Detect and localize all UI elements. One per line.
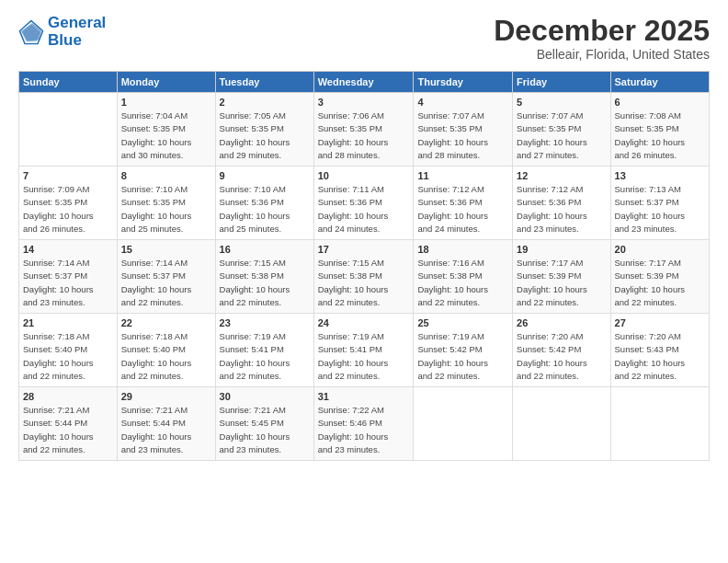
- daylight-minutes: and 22 minutes.: [417, 371, 480, 381]
- sunrise-label: Sunrise: 7:17 AM: [615, 258, 681, 268]
- daylight-minutes: and 22 minutes.: [121, 297, 184, 307]
- calendar-cell: 18Sunrise: 7:16 AMSunset: 5:38 PMDayligh…: [414, 240, 513, 314]
- sunrise-label: Sunrise: 7:14 AM: [121, 258, 188, 268]
- day-info: Sunrise: 7:14 AMSunset: 5:37 PMDaylight:…: [23, 257, 113, 309]
- day-info: Sunrise: 7:09 AMSunset: 5:35 PMDaylight:…: [23, 183, 113, 236]
- day-info: Sunrise: 7:14 AMSunset: 5:37 PMDaylight:…: [121, 257, 211, 309]
- calendar-cell: 27Sunrise: 7:20 AMSunset: 5:43 PMDayligh…: [610, 314, 709, 387]
- sunset-label: Sunset: 5:35 PM: [517, 123, 581, 133]
- daylight-minutes: and 28 minutes.: [318, 150, 381, 160]
- sunset-label: Sunset: 5:36 PM: [417, 197, 482, 207]
- daylight-label: Daylight: 10 hours: [121, 431, 192, 442]
- day-number: 21: [23, 317, 113, 328]
- sunrise-label: Sunrise: 7:14 AM: [23, 258, 89, 268]
- day-number: 8: [121, 170, 211, 181]
- sunrise-label: Sunrise: 7:10 AM: [121, 184, 188, 194]
- daylight-minutes: and 23 minutes.: [517, 224, 579, 234]
- calendar-week-4: 21Sunrise: 7:18 AMSunset: 5:40 PMDayligh…: [19, 314, 710, 387]
- daylight-minutes: and 22 minutes.: [23, 444, 85, 454]
- day-number: 2: [220, 97, 310, 108]
- day-info: Sunrise: 7:18 AMSunset: 5:40 PMDaylight:…: [121, 330, 211, 383]
- day-info: Sunrise: 7:17 AMSunset: 5:39 PMDaylight:…: [615, 257, 705, 309]
- daylight-minutes: and 22 minutes.: [318, 297, 381, 307]
- sunset-label: Sunset: 5:37 PM: [23, 270, 87, 281]
- sunrise-label: Sunrise: 7:18 AM: [121, 331, 188, 341]
- sunrise-label: Sunrise: 7:06 AM: [318, 110, 384, 121]
- day-number: 19: [517, 244, 606, 255]
- sunrise-label: Sunrise: 7:21 AM: [121, 405, 188, 415]
- sunset-label: Sunset: 5:45 PM: [220, 418, 284, 428]
- page-container: General Blue December 2025 Belleair, Flo…: [0, 0, 728, 470]
- day-info: Sunrise: 7:21 AMSunset: 5:44 PMDaylight:…: [23, 404, 113, 456]
- sunset-label: Sunset: 5:35 PM: [615, 123, 679, 133]
- calendar-body: 1Sunrise: 7:04 AMSunset: 5:35 PMDaylight…: [19, 93, 710, 461]
- sunrise-label: Sunrise: 7:12 AM: [417, 184, 483, 194]
- sunrise-label: Sunrise: 7:19 AM: [220, 331, 286, 341]
- day-number: 13: [615, 170, 705, 181]
- day-info: Sunrise: 7:12 AMSunset: 5:36 PMDaylight:…: [417, 183, 508, 236]
- sunrise-label: Sunrise: 7:20 AM: [615, 331, 681, 341]
- sunset-label: Sunset: 5:44 PM: [23, 418, 87, 428]
- day-info: Sunrise: 7:16 AMSunset: 5:38 PMDaylight:…: [417, 257, 508, 309]
- day-info: Sunrise: 7:17 AMSunset: 5:39 PMDaylight:…: [517, 257, 606, 309]
- col-tuesday: Tuesday: [215, 72, 313, 93]
- sunset-label: Sunset: 5:41 PM: [318, 344, 382, 354]
- daylight-minutes: and 22 minutes.: [615, 297, 677, 307]
- day-number: 26: [517, 317, 606, 328]
- day-number: 1: [121, 97, 211, 108]
- sunrise-label: Sunrise: 7:18 AM: [23, 331, 89, 341]
- daylight-minutes: and 22 minutes.: [417, 297, 480, 307]
- sunset-label: Sunset: 5:43 PM: [615, 344, 679, 354]
- calendar-cell: 1Sunrise: 7:04 AMSunset: 5:35 PMDaylight…: [117, 93, 215, 167]
- daylight-minutes: and 23 minutes.: [318, 444, 381, 454]
- daylight-label: Daylight: 10 hours: [220, 284, 290, 294]
- daylight-label: Daylight: 10 hours: [121, 137, 192, 147]
- daylight-label: Daylight: 10 hours: [517, 358, 587, 368]
- daylight-minutes: and 22 minutes.: [220, 297, 282, 307]
- calendar-cell: 8Sunrise: 7:10 AMSunset: 5:35 PMDaylight…: [117, 167, 215, 240]
- daylight-minutes: and 24 minutes.: [417, 224, 480, 234]
- sunrise-label: Sunrise: 7:22 AM: [318, 405, 384, 415]
- sunset-label: Sunset: 5:35 PM: [318, 123, 382, 133]
- day-number: 16: [220, 244, 310, 255]
- day-info: Sunrise: 7:11 AMSunset: 5:36 PMDaylight:…: [318, 183, 410, 236]
- daylight-minutes: and 28 minutes.: [417, 150, 480, 160]
- calendar-cell: 15Sunrise: 7:14 AMSunset: 5:37 PMDayligh…: [117, 240, 215, 314]
- sunset-label: Sunset: 5:35 PM: [23, 197, 87, 207]
- day-number: 22: [121, 317, 211, 328]
- daylight-minutes: and 22 minutes.: [121, 371, 184, 381]
- calendar-cell: 3Sunrise: 7:06 AMSunset: 5:35 PMDaylight…: [313, 93, 414, 167]
- sunrise-label: Sunrise: 7:07 AM: [417, 110, 483, 121]
- day-number: 4: [417, 97, 508, 108]
- calendar-cell: 25Sunrise: 7:19 AMSunset: 5:42 PMDayligh…: [414, 314, 513, 387]
- day-number: 10: [318, 170, 410, 181]
- calendar-cell: 2Sunrise: 7:05 AMSunset: 5:35 PMDaylight…: [215, 93, 313, 167]
- day-info: Sunrise: 7:04 AMSunset: 5:35 PMDaylight:…: [121, 109, 211, 162]
- daylight-label: Daylight: 10 hours: [517, 137, 587, 147]
- calendar-table: Sunday Monday Tuesday Wednesday Thursday…: [18, 71, 710, 461]
- calendar-cell: 31Sunrise: 7:22 AMSunset: 5:46 PMDayligh…: [313, 387, 414, 461]
- calendar-cell: 7Sunrise: 7:09 AMSunset: 5:35 PMDaylight…: [19, 167, 118, 240]
- day-info: Sunrise: 7:20 AMSunset: 5:42 PMDaylight:…: [517, 330, 606, 383]
- sunset-label: Sunset: 5:40 PM: [23, 344, 87, 354]
- col-sunday: Sunday: [19, 72, 118, 93]
- day-info: Sunrise: 7:18 AMSunset: 5:40 PMDaylight:…: [23, 330, 113, 383]
- day-number: 15: [121, 244, 211, 255]
- sunrise-label: Sunrise: 7:21 AM: [220, 405, 286, 415]
- calendar-header: Sunday Monday Tuesday Wednesday Thursday…: [19, 72, 710, 93]
- sunset-label: Sunset: 5:38 PM: [417, 270, 482, 281]
- day-info: Sunrise: 7:21 AMSunset: 5:44 PMDaylight:…: [121, 404, 211, 456]
- calendar-week-5: 28Sunrise: 7:21 AMSunset: 5:44 PMDayligh…: [19, 387, 710, 461]
- month-title: December 2025: [494, 15, 710, 47]
- calendar-cell: 12Sunrise: 7:12 AMSunset: 5:36 PMDayligh…: [513, 167, 610, 240]
- sunset-label: Sunset: 5:36 PM: [517, 197, 581, 207]
- calendar-cell: 9Sunrise: 7:10 AMSunset: 5:36 PMDaylight…: [215, 167, 313, 240]
- calendar-cell: 30Sunrise: 7:21 AMSunset: 5:45 PMDayligh…: [215, 387, 313, 461]
- sunset-label: Sunset: 5:41 PM: [220, 344, 284, 354]
- day-number: 6: [615, 97, 705, 108]
- daylight-label: Daylight: 10 hours: [23, 431, 94, 442]
- day-info: Sunrise: 7:19 AMSunset: 5:41 PMDaylight:…: [318, 330, 410, 383]
- calendar-cell: 6Sunrise: 7:08 AMSunset: 5:35 PMDaylight…: [610, 93, 709, 167]
- day-number: 30: [220, 391, 310, 402]
- day-number: 9: [220, 170, 310, 181]
